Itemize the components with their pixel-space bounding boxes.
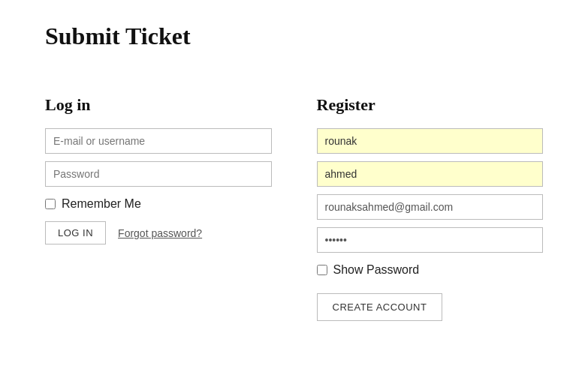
login-section: Log in Remember Me LOG IN Forgot passwor… (45, 95, 272, 244)
remember-me-label: Remember Me (62, 197, 141, 211)
email-group (45, 128, 272, 154)
register-lastname-group (317, 161, 544, 187)
create-account-button[interactable]: CREATE ACCOUNT (317, 293, 443, 321)
password-input[interactable] (45, 161, 272, 187)
register-lastname-input[interactable] (317, 161, 544, 187)
forgot-password-link[interactable]: Forgot password? (118, 227, 202, 239)
show-password-checkbox[interactable] (317, 265, 327, 275)
remember-me-checkbox[interactable] (45, 199, 56, 209)
password-group (45, 161, 272, 187)
register-username-input[interactable] (317, 128, 544, 154)
page-title: Submit Ticket (45, 22, 543, 50)
register-email-group (317, 194, 544, 220)
register-section: Register Show Password CREATE ACCOUNT (317, 95, 544, 321)
show-password-row: Show Password (317, 263, 544, 277)
register-password-input[interactable] (317, 227, 544, 253)
login-section-title: Log in (45, 95, 272, 115)
forms-container: Log in Remember Me LOG IN Forgot passwor… (45, 95, 543, 321)
login-button[interactable]: LOG IN (45, 221, 106, 244)
register-password-group (317, 227, 544, 253)
show-password-label: Show Password (333, 263, 420, 277)
remember-me-row: Remember Me (45, 197, 272, 211)
register-section-title: Register (317, 95, 544, 115)
register-username-group (317, 128, 544, 154)
email-input[interactable] (45, 128, 272, 154)
register-email-input[interactable] (317, 194, 544, 220)
login-action-row: LOG IN Forgot password? (45, 221, 272, 244)
